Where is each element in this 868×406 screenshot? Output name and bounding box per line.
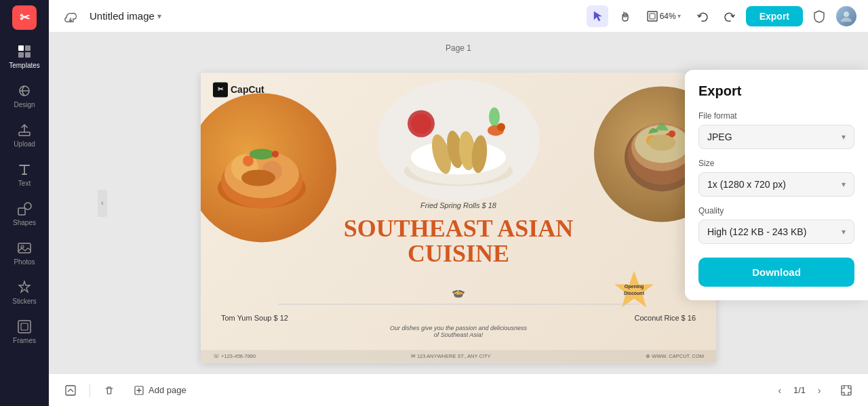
quality-chevron-icon: ▾ (842, 227, 846, 237)
contact-bar: ☏ +123-456-7890 ✉ 123 ANYWHERE ST., ANY … (201, 350, 716, 363)
sidebar: ✂ Templates Design Upload Text Shapes (0, 0, 49, 406)
zoom-chevron-icon: ▾ (677, 12, 681, 20)
page-navigator: ‹ 1/1 › (772, 382, 827, 399)
svg-point-20 (241, 169, 275, 186)
sidebar-item-upload-label: Upload (14, 140, 35, 148)
hand-tool-button[interactable] (614, 5, 635, 27)
svg-point-32 (411, 113, 431, 134)
sidebar-item-frames-label: Frames (13, 337, 36, 344)
main-area: Untitled image ▾ 64% ▾ (49, 0, 868, 406)
topbar: Untitled image ▾ 64% ▾ (49, 0, 868, 33)
download-button[interactable]: Download (698, 258, 854, 287)
file-format-select[interactable]: JPEG ▾ (698, 125, 854, 149)
user-avatar[interactable] (835, 5, 857, 27)
svg-point-35 (489, 107, 500, 126)
sidebar-item-design[interactable]: Design (3, 77, 46, 114)
canvas-preview[interactable]: ✂ CapCut (201, 73, 716, 363)
sidebar-item-photos[interactable]: Photos (3, 235, 46, 271)
svg-rect-1 (25, 45, 31, 51)
sidebar-item-text-label: Text (18, 180, 31, 187)
cloud-save-button[interactable] (60, 5, 81, 27)
select-tool-button[interactable] (587, 5, 608, 27)
svg-rect-49 (842, 386, 851, 395)
shield-button[interactable] (808, 5, 830, 27)
size-value: 1x (1280 x 720 px) (707, 179, 786, 190)
pot-icon: 🍲 (452, 286, 465, 299)
coconut-rice-text: Coconut Rice $ 16 (635, 314, 696, 322)
tagline-line1: Our dishes give you the passion and deli… (201, 325, 716, 331)
svg-rect-8 (18, 243, 31, 253)
svg-point-43 (669, 130, 675, 137)
export-panel: Export File format JPEG ▾ Size 1x (1280 … (685, 70, 868, 300)
file-format-label: File format (698, 111, 854, 121)
svg-rect-10 (18, 321, 31, 333)
svg-rect-6 (18, 208, 25, 215)
sidebar-item-shapes[interactable]: Shapes (3, 195, 46, 232)
sidebar-item-design-label: Design (14, 101, 35, 108)
fit-to-screen-button[interactable] (835, 381, 857, 400)
spring-rolls-label: Fried Spring Rolls $ 18 (420, 201, 496, 209)
size-select[interactable]: 1x (1280 x 720 px) ▾ (698, 172, 854, 197)
shapes-icon (16, 201, 33, 217)
svg-point-14 (844, 12, 849, 17)
svg-rect-11 (21, 323, 28, 330)
canvas-container: ✂ CapCut (201, 73, 716, 363)
quality-select[interactable]: High (122 KB - 243 KB) ▾ (698, 220, 854, 244)
svg-point-23 (272, 150, 279, 157)
crop-tool-button[interactable]: 64% ▾ (641, 5, 686, 27)
svg-point-7 (24, 203, 31, 209)
svg-text:Opening: Opening (625, 284, 644, 289)
photos-icon (16, 240, 33, 256)
document-title[interactable]: Untitled image ▾ (90, 10, 161, 22)
sidebar-item-frames[interactable]: Frames (3, 313, 46, 350)
sidebar-toggle[interactable]: ‹ (98, 190, 107, 217)
sidebar-item-photos-label: Photos (14, 258, 35, 266)
page-label: Page 1 (446, 43, 471, 53)
file-format-value: JPEG (707, 131, 732, 142)
svg-point-34 (497, 123, 505, 131)
text-icon (16, 161, 33, 178)
svg-text:Discount: Discount (624, 291, 645, 296)
main-title-line2: CUISINE (201, 242, 716, 268)
export-button[interactable]: Export (746, 6, 803, 26)
sidebar-item-stickers-label: Stickers (12, 298, 37, 305)
title-chevron-icon: ▾ (157, 12, 161, 21)
add-page-button[interactable]: Add page (128, 381, 192, 400)
svg-rect-13 (650, 14, 655, 19)
divider-line (278, 304, 639, 304)
main-title-line1: SOUTHEAST ASIAN (201, 216, 716, 242)
file-format-chevron-icon: ▾ (842, 132, 846, 142)
size-label: Size (698, 159, 854, 168)
delete-button[interactable] (98, 381, 120, 400)
svg-rect-0 (18, 45, 24, 51)
tagline-line2: of Southeast Asia! (201, 331, 716, 338)
address-text: ✉ 123 ANYWHERE ST., ANY CITY (411, 353, 491, 359)
stickers-icon (16, 279, 33, 296)
sidebar-item-stickers[interactable]: Stickers (3, 274, 46, 310)
bottom-divider (90, 384, 90, 397)
next-page-button[interactable]: › (811, 382, 827, 399)
canvas-area: Page 1 ‹ ✂ CapCut (49, 33, 868, 373)
svg-rect-47 (66, 386, 75, 395)
svg-rect-3 (25, 52, 31, 58)
svg-point-9 (21, 245, 24, 248)
save-version-button[interactable] (60, 381, 81, 400)
size-chevron-icon: ▾ (842, 180, 846, 189)
tagline: Our dishes give you the passion and deli… (201, 325, 716, 338)
phone-text: ☏ +123-456-7890 (213, 353, 256, 359)
sidebar-item-text[interactable]: Text (3, 156, 46, 192)
dishes-row: Tom Yum Soup $ 12 Coconut Rice $ 16 (201, 314, 716, 322)
undo-button[interactable] (692, 5, 713, 27)
sidebar-item-upload[interactable]: Upload (3, 117, 46, 153)
design-icon (16, 83, 33, 99)
redo-button[interactable] (719, 5, 741, 27)
svg-rect-2 (18, 52, 24, 58)
upload-icon (16, 122, 33, 138)
tom-yum-text: Tom Yum Soup $ 12 (221, 314, 288, 322)
app-logo: ✂ (12, 5, 37, 30)
sidebar-item-templates[interactable]: Templates (3, 38, 46, 75)
prev-page-button[interactable]: ‹ (772, 382, 788, 399)
page-indicator: 1/1 (793, 385, 806, 395)
quality-value: High (122 KB - 243 KB) (707, 226, 806, 237)
capcut-logo-mark: ✂ (213, 82, 228, 97)
